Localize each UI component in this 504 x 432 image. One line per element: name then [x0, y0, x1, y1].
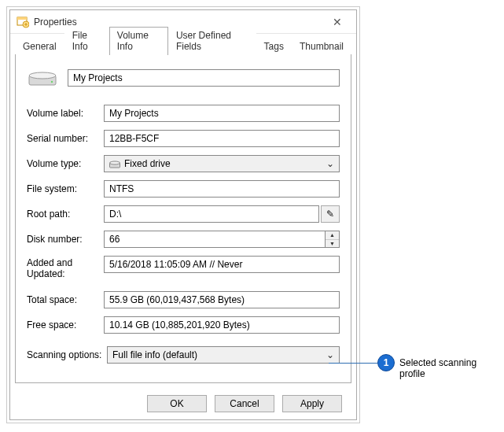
spinner-down-button[interactable]: ▼: [326, 240, 339, 248]
drive-icon: [27, 68, 58, 87]
file-system-value: NTFS: [109, 183, 134, 194]
close-button[interactable]: ✕: [322, 11, 353, 33]
scanning-options-combo[interactable]: Full file info (default) ⌄: [107, 346, 340, 364]
tab-thumbnail[interactable]: Thumbnail: [292, 38, 351, 54]
svg-point-7: [110, 161, 120, 164]
label-total-space: Total space:: [27, 294, 104, 305]
chevron-down-icon: ⌄: [325, 349, 336, 360]
volume-type-combo[interactable]: Fixed drive ⌄: [104, 155, 340, 172]
window-title: Properties: [34, 17, 322, 28]
serial-number-value: 12BB-F5CF: [109, 133, 159, 144]
label-scanning-options: Scanning options:: [27, 349, 107, 360]
label-volume-label: Volume label:: [27, 108, 104, 119]
tab-user-defined-fields[interactable]: User Defined Fields: [168, 27, 256, 54]
serial-number-input[interactable]: 12BB-F5CF: [104, 130, 340, 147]
label-root-path: Root path:: [27, 209, 104, 220]
caret-down-icon: ▼: [329, 241, 335, 246]
tab-tags[interactable]: Tags: [256, 38, 292, 54]
total-space-display: 55.9 GB (60,019,437,568 Bytes): [104, 291, 340, 308]
svg-point-4: [29, 72, 56, 79]
disk-number-input[interactable]: 66: [104, 231, 326, 248]
chevron-down-icon: ⌄: [325, 158, 336, 169]
caret-up-icon: ▲: [329, 232, 335, 238]
label-added-updated: Added and Updated:: [27, 256, 104, 280]
svg-rect-1: [17, 17, 27, 20]
free-space-value: 10.14 GB (10,885,201,920 Bytes): [109, 319, 250, 330]
callout-number: 1: [384, 357, 389, 368]
edit-root-path-button[interactable]: ✎: [321, 205, 340, 223]
label-disk-number: Disk number:: [27, 234, 104, 245]
label-file-system: File system:: [27, 183, 104, 194]
tab-general[interactable]: General: [15, 38, 64, 54]
free-space-display: 10.14 GB (10,885,201,920 Bytes): [104, 316, 340, 334]
label-serial-number: Serial number:: [27, 133, 104, 144]
file-system-input[interactable]: NTFS: [104, 180, 340, 198]
screenshot-frame: Properties ✕ General File Info Volume In…: [6, 6, 360, 423]
root-path-value: D:\: [109, 209, 121, 220]
tab-volume-info[interactable]: Volume Info: [109, 27, 168, 55]
total-space-value: 55.9 GB (60,019,437,568 Bytes): [109, 294, 245, 305]
app-icon: [17, 16, 29, 28]
added-updated-value: 5/16/2018 11:05:09 AM // Never: [109, 259, 242, 270]
volume-label-input[interactable]: My Projects: [104, 105, 340, 122]
disk-number-spinner: ▲ ▼: [326, 231, 340, 248]
volume-name-value: My Projects: [73, 72, 123, 83]
volume-type-value: Fixed drive: [124, 158, 171, 169]
callout-line: [329, 363, 377, 364]
root-path-input[interactable]: D:\: [104, 205, 319, 223]
pencil-icon: ✎: [326, 209, 334, 220]
disk-number-value: 66: [109, 234, 120, 245]
added-updated-display: 5/16/2018 11:05:09 AM // Never: [104, 256, 340, 273]
spinner-up-button[interactable]: ▲: [326, 231, 339, 240]
svg-point-5: [51, 81, 53, 83]
apply-button[interactable]: Apply: [282, 395, 342, 412]
callout-badge: 1: [377, 354, 395, 371]
dialog-buttons: OK Cancel Apply: [10, 388, 356, 419]
volume-label-value: My Projects: [109, 108, 159, 119]
label-free-space: Free space:: [27, 319, 104, 330]
label-volume-type: Volume type:: [27, 158, 104, 169]
tab-bar: General File Info Volume Info User Defin…: [10, 34, 356, 54]
scanning-options-value: Full file info (default): [112, 349, 197, 360]
tab-body: My Projects Volume label: My Projects Se…: [15, 54, 351, 383]
close-icon: ✕: [333, 16, 342, 28]
cancel-button[interactable]: Cancel: [215, 395, 274, 412]
ok-button[interactable]: OK: [147, 395, 207, 412]
tab-file-info[interactable]: File Info: [64, 27, 109, 54]
hdd-small-icon: [109, 160, 120, 168]
volume-name-input[interactable]: My Projects: [68, 69, 340, 87]
callout-text: Selected scanning profile: [399, 357, 504, 379]
properties-window: Properties ✕ General File Info Volume In…: [9, 9, 357, 420]
